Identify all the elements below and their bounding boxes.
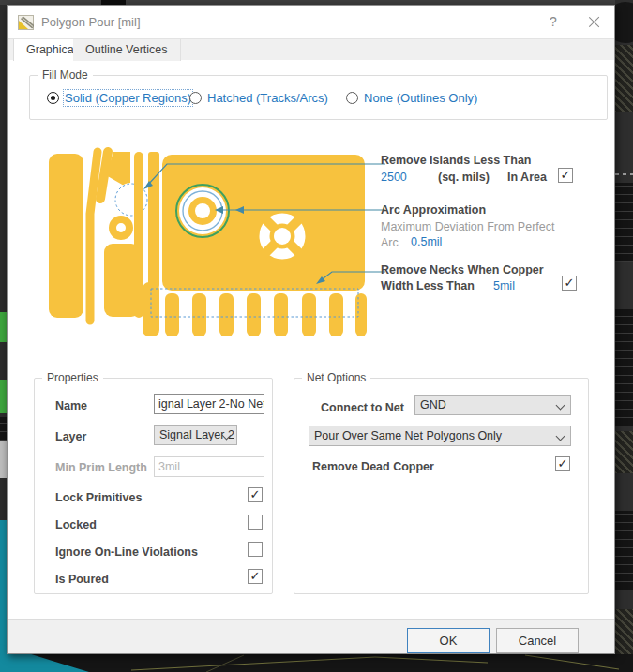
remove-islands-unit: (sq. mils) (438, 171, 490, 184)
radio-hatched-control[interactable] (189, 92, 202, 104)
net-options-legend: Net Options (302, 371, 370, 384)
radio-none-label: None (Outlines Only) (364, 91, 477, 105)
lock-primitives-checkbox[interactable] (248, 487, 263, 502)
locked-label: Locked (55, 518, 97, 531)
layer-select[interactable]: Signal Layer 2 (154, 425, 237, 445)
editor-background-right (615, 0, 633, 672)
polygon-preview-image (29, 142, 385, 343)
remove-dead-copper-checkbox[interactable] (555, 456, 570, 471)
pour-over-select[interactable]: Pour Over Same Net Polygons Only (309, 426, 571, 446)
arc-approximation-value[interactable]: 0.5mil (411, 235, 442, 248)
polygon-pour-icon (18, 15, 34, 30)
lock-primitives-label: Lock Primitives (55, 491, 142, 504)
radio-solid-label: Solid (Copper Regions) (65, 91, 191, 105)
name-input[interactable]: ignal Layer 2-No Net (154, 394, 264, 414)
radio-hatched-label: Hatched (Tracks/Arcs) (207, 91, 328, 105)
arc-approximation-line2: Arc (381, 236, 399, 249)
min-prim-length-label: Min Prim Length (55, 461, 147, 474)
polygon-pour-dialog: Polygon Pour [mil] ? Graphical Outline V… (7, 5, 615, 654)
fill-mode-legend: Fill Mode (38, 68, 93, 82)
radio-hatched[interactable]: Hatched (Tracks/Arcs) (189, 91, 328, 105)
pcb-dark-block (615, 309, 633, 426)
ignore-online-violations-label: Ignore On-Line Violations (55, 545, 198, 559)
radio-none[interactable]: None (Outlines Only) (346, 91, 477, 105)
ignore-online-violations-checkbox[interactable] (248, 542, 263, 557)
arc-approximation-line1: Maximum Deviation From Perfect (381, 220, 554, 233)
min-prim-length-input: 3mil (154, 456, 264, 477)
remove-necks-title: Remove Necks When Copper (381, 263, 544, 276)
remove-islands-value[interactable]: 2500 (381, 171, 407, 184)
remove-necks-line2: Width Less Than (381, 279, 475, 292)
pcb-green-trace (0, 380, 7, 413)
connect-to-net-value: GND (420, 398, 446, 411)
radio-solid[interactable]: Solid (Copper Regions) (47, 91, 191, 105)
pcb-dashed-line (615, 173, 633, 175)
pcb-dark-block (615, 183, 633, 262)
tab-label: Outline Vertices (85, 43, 168, 56)
remove-islands-checkbox[interactable] (558, 168, 573, 183)
name-label: Name (55, 399, 87, 412)
connect-to-net-select[interactable]: GND (414, 395, 571, 415)
pour-over-value: Pour Over Same Net Polygons Only (314, 429, 502, 442)
tabstrip: Graphical Outline Vertices (8, 38, 614, 60)
layer-label: Layer (55, 430, 86, 443)
dialog-title: Polygon Pour [mil] (41, 15, 141, 29)
cancel-button[interactable]: Cancel (496, 628, 579, 653)
pcb-green-trace (0, 312, 7, 342)
editor-background-left (0, 5, 7, 672)
dialog-footer: OK Cancel (8, 619, 614, 653)
remove-necks-checkbox[interactable] (562, 276, 577, 291)
properties-legend: Properties (42, 371, 103, 384)
arc-approximation-title: Arc Approximation (381, 203, 486, 217)
close-icon (589, 16, 600, 27)
remove-islands-title: Remove Islands Less Than (381, 154, 531, 167)
ok-button[interactable]: OK (407, 628, 490, 653)
remove-dead-copper-label: Remove Dead Copper (312, 460, 434, 473)
fill-mode-group: Fill Mode Solid (Copper Regions) Hatched… (29, 75, 608, 120)
remove-necks-value[interactable]: 5mil (493, 279, 515, 292)
radio-none-control[interactable] (346, 92, 358, 104)
chevron-down-icon (556, 401, 565, 411)
pcb-hatch-region (615, 431, 633, 473)
radio-solid-control[interactable] (47, 92, 59, 104)
close-button[interactable] (583, 11, 606, 32)
remove-islands-suffix: In Area (507, 171, 547, 184)
chevron-down-icon (556, 432, 565, 441)
pcb-gray-block (0, 441, 7, 478)
help-icon: ? (550, 14, 557, 29)
pcb-dark-block (615, 511, 633, 590)
pcb-hatch-region (615, 45, 633, 112)
is-poured-checkbox[interactable] (248, 569, 263, 584)
locked-checkbox[interactable] (248, 515, 263, 530)
help-button[interactable]: ? (542, 11, 565, 32)
pcb-dark-block (0, 417, 7, 441)
connect-to-net-label: Connect to Net (321, 401, 404, 414)
tab-outline-vertices[interactable]: Outline Vertices (73, 39, 181, 61)
dialog-titlebar[interactable]: Polygon Pour [mil] ? (8, 6, 614, 38)
is-poured-label: Is Poured (55, 573, 109, 586)
tab-label: Graphical (26, 43, 77, 56)
